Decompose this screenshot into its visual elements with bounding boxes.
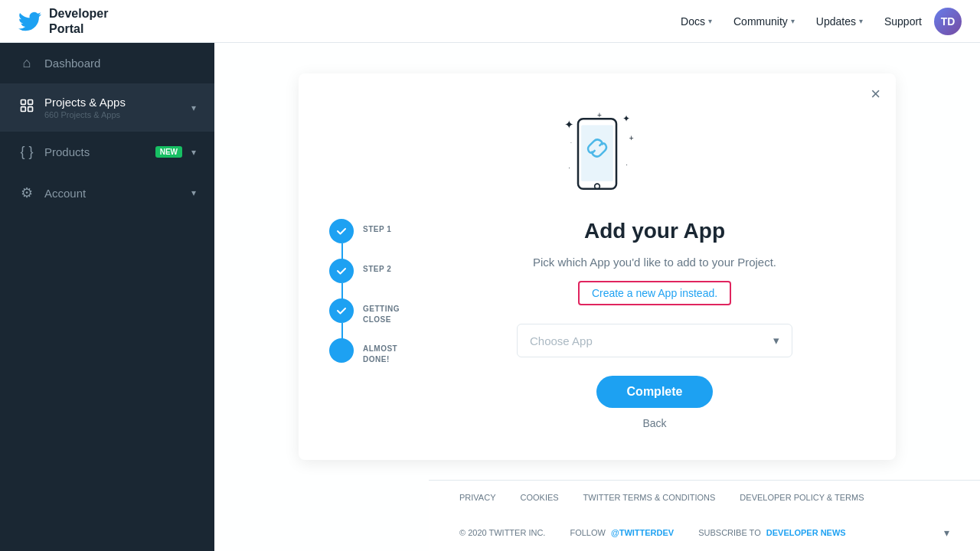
header: Developer Portal Docs ▾ Community ▾ Upda… xyxy=(0,0,980,43)
step-getting-close: GETTING CLOSE xyxy=(329,298,413,338)
docs-chevron-icon: ▾ xyxy=(708,17,712,25)
svg-rect-0 xyxy=(21,100,26,105)
page-layout: ⌂ Dashboard Projects & Apps 660 Projects… xyxy=(0,43,980,551)
svg-rect-12 xyxy=(581,126,613,181)
projects-chevron-icon: ▾ xyxy=(191,103,196,113)
footer-expand-icon[interactable]: ▾ xyxy=(944,527,949,539)
choose-app-placeholder: Choose App xyxy=(530,334,593,347)
svg-text:·: · xyxy=(626,161,628,168)
step-1: STEP 1 xyxy=(329,219,413,259)
back-link[interactable]: Back xyxy=(444,417,865,429)
avatar-placeholder: TD xyxy=(934,8,962,35)
phone-link-icon: ✦ ✦ · · · + + xyxy=(559,104,635,204)
products-chevron-icon: ▾ xyxy=(191,147,196,158)
step-1-circle xyxy=(329,219,354,243)
nav-support[interactable]: Support xyxy=(875,9,931,34)
nav-docs[interactable]: Docs ▾ xyxy=(671,9,721,34)
footer-twitter-terms[interactable]: TWITTER TERMS & CONDITIONS xyxy=(583,493,716,502)
footer-cookies[interactable]: COOKIES xyxy=(520,493,558,502)
account-icon: ⚙ xyxy=(18,184,35,201)
updates-chevron-icon: ▾ xyxy=(859,17,863,25)
svg-text:·: · xyxy=(570,140,572,145)
choose-app-chevron-icon: ▾ xyxy=(773,334,779,347)
sidebar-item-products[interactable]: { } Products NEW ▾ xyxy=(0,132,214,172)
step-2-circle xyxy=(329,259,354,283)
step-getting-close-circle xyxy=(329,298,354,323)
projects-icon xyxy=(18,98,35,117)
sidebar-item-projects-apps[interactable]: Projects & Apps 660 Projects & Apps ▾ xyxy=(0,83,214,132)
sidebar-item-account[interactable]: ⚙ Account ▾ xyxy=(0,172,214,214)
svg-rect-2 xyxy=(21,107,26,112)
svg-rect-3 xyxy=(28,107,33,112)
create-new-app-link[interactable]: Create a new App instead. xyxy=(578,281,731,305)
footer-developer-policy[interactable]: DEVELOPER POLICY & TERMS xyxy=(740,493,864,502)
step-almost-done: ALMOST DONE! xyxy=(329,338,413,378)
modal-illustration: ✦ ✦ · · · + + xyxy=(329,104,865,204)
footer-follow: FOLLOW @TWITTERDEV xyxy=(570,528,674,537)
sidebar: ⌂ Dashboard Projects & Apps 660 Projects… xyxy=(0,43,214,551)
projects-count: 660 Projects & Apps xyxy=(44,110,182,119)
step-2: STEP 2 xyxy=(329,259,413,298)
svg-text:✦: ✦ xyxy=(564,118,574,131)
new-badge: NEW xyxy=(155,146,182,158)
account-chevron-icon: ▾ xyxy=(191,187,196,198)
add-app-modal: × ✦ ✦ · · · + + xyxy=(299,73,896,460)
main-nav: Docs ▾ Community ▾ Updates ▾ Support TD xyxy=(671,8,962,35)
footer-developer-news-link[interactable]: DEVELOPER NEWS xyxy=(766,528,846,537)
svg-text:+: + xyxy=(629,134,634,142)
page-footer: PRIVACY COOKIES TWITTER TERMS & CONDITIO… xyxy=(429,480,980,551)
community-chevron-icon: ▾ xyxy=(791,17,795,25)
svg-rect-1 xyxy=(28,100,33,105)
modal-subtitle: Pick which App you'd like to add to your… xyxy=(444,256,865,269)
footer-twitter-handle[interactable]: @TWITTERDEV xyxy=(611,528,674,537)
choose-app-dropdown[interactable]: Choose App ▾ xyxy=(517,324,792,357)
svg-text:·: · xyxy=(569,164,570,171)
home-icon: ⌂ xyxy=(18,55,35,71)
complete-button[interactable]: Complete xyxy=(596,376,714,408)
nav-updates[interactable]: Updates ▾ xyxy=(807,9,872,34)
main-content: × ✦ ✦ · · · + + xyxy=(214,43,980,551)
footer-subscribe: SUBSCRIBE TO DEVELOPER NEWS xyxy=(698,528,845,537)
header-logo-area: Developer Portal xyxy=(18,6,108,35)
products-icon: { } xyxy=(18,144,35,160)
modal-close-button[interactable]: × xyxy=(871,86,880,103)
svg-text:+: + xyxy=(597,111,602,119)
svg-text:✦: ✦ xyxy=(622,113,630,123)
twitter-logo-icon xyxy=(18,10,41,33)
modal-content-panel: Add your App Pick which App you'd like t… xyxy=(444,219,865,429)
modal-body: STEP 1 STEP 2 xyxy=(329,219,865,429)
modal-overlay: × ✦ ✦ · · · + + xyxy=(214,43,980,551)
steps-panel: STEP 1 STEP 2 xyxy=(329,219,413,378)
footer-copyright: © 2020 TWITTER INC. xyxy=(459,528,545,537)
site-title: Developer Portal xyxy=(49,6,108,35)
step-almost-done-circle xyxy=(329,338,354,363)
footer-privacy[interactable]: PRIVACY xyxy=(459,493,495,502)
modal-title: Add your App xyxy=(444,219,865,243)
sidebar-item-dashboard[interactable]: ⌂ Dashboard xyxy=(0,43,214,83)
nav-community[interactable]: Community ▾ xyxy=(724,9,804,34)
user-avatar[interactable]: TD xyxy=(934,8,962,35)
